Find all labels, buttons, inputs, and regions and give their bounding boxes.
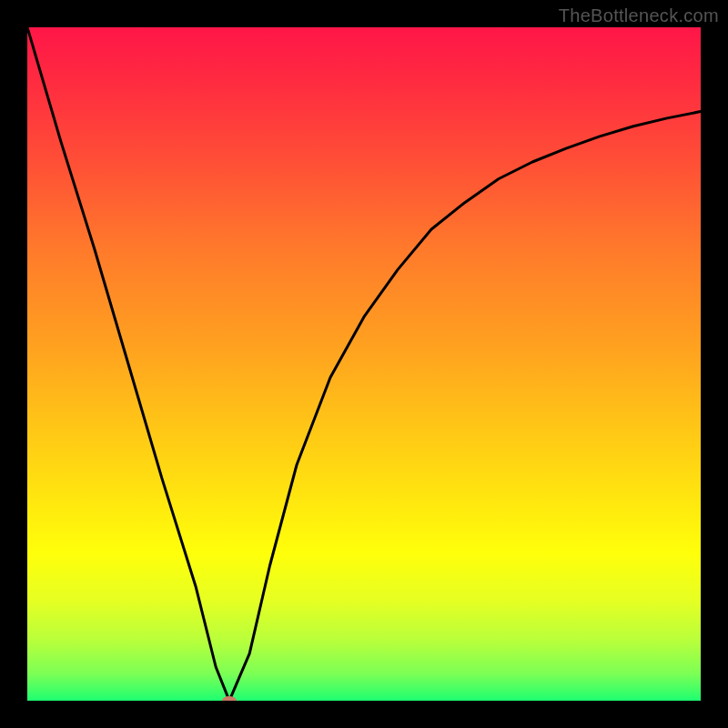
bottleneck-curve <box>27 27 701 701</box>
plot-area <box>27 27 701 701</box>
watermark-text: TheBottleneck.com <box>559 5 719 26</box>
minimum-marker <box>222 696 237 701</box>
chart-frame: TheBottleneck.com <box>0 0 728 728</box>
curve-svg <box>27 27 701 701</box>
